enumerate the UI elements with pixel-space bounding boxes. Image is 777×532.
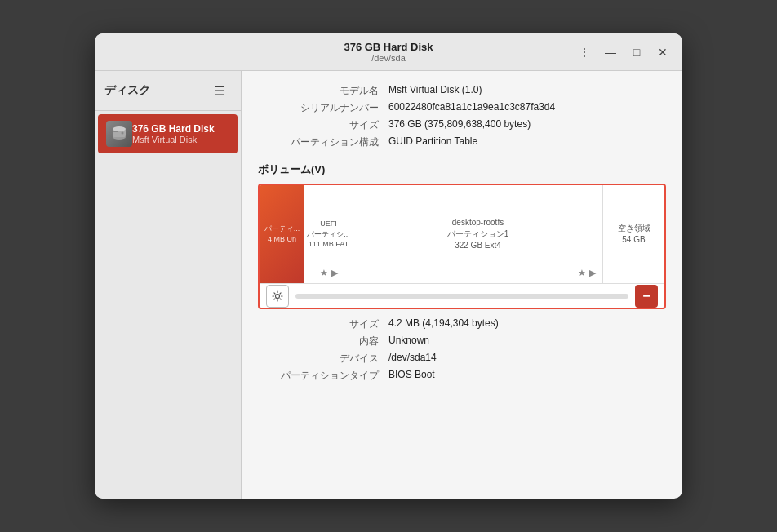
sidebar-menu-button[interactable]: ☰ xyxy=(208,79,231,102)
volumes-title: ボリューム(V) xyxy=(258,162,666,177)
detail-content-label: 内容 xyxy=(258,335,388,348)
sidebar-title: ディスク xyxy=(104,83,150,98)
partition-label: パーティション構成 xyxy=(258,135,388,149)
detail-size-value: 4.2 MB (4,194,304 bytes) xyxy=(388,317,499,331)
volume-uefi-label: UEFIパーティシ...111 MB FAT xyxy=(307,219,350,250)
detail-table: サイズ 4.2 MB (4,194,304 bytes) 内容 Unknown … xyxy=(258,317,666,383)
detail-content-value: Unknown xyxy=(388,335,429,348)
detail-device-label: デバイス xyxy=(258,352,388,366)
volume-visual: パーティ...4 MB Un UEFIパーティシ...111 MB FAT ★ … xyxy=(260,185,664,283)
info-table: モデル名 Msft Virtual Disk (1.0) シリアルナンバー 60… xyxy=(258,84,666,149)
size-row: サイズ 376 GB (375,809,638,400 bytes) xyxy=(258,118,666,132)
sidebar-item-disk[interactable]: 376 GB Hard Disk Msft Virtual Disk xyxy=(98,114,238,153)
scrollbar-track xyxy=(295,294,628,299)
detail-partition-type-label: パーティションタイプ xyxy=(258,369,388,383)
detail-size-row: サイズ 4.2 MB (4,194,304 bytes) xyxy=(258,317,666,331)
partition-row: パーティション構成 GUID Partition Table xyxy=(258,135,666,149)
serial-label: シリアルナンバー xyxy=(258,101,388,115)
sidebar-header: ディスク ☰ xyxy=(95,71,241,111)
detail-device-row: デバイス /dev/sda14 xyxy=(258,352,666,366)
main-play-icon: ▶ xyxy=(589,268,596,278)
svg-point-5 xyxy=(276,294,280,298)
disk-icon xyxy=(106,121,132,147)
svg-point-3 xyxy=(122,132,124,135)
svg-point-2 xyxy=(113,126,126,131)
detail-device-value: /dev/sda14 xyxy=(388,352,437,366)
minus-button[interactable]: − xyxy=(635,285,658,308)
partition-value: GUID Partition Table xyxy=(388,135,477,149)
main-window: 376 GB Hard Disk /dev/sda ⋮ — □ ✕ ディスク ☰ xyxy=(95,33,682,499)
size-value: 376 GB (375,809,638,400 bytes) xyxy=(388,118,531,132)
titlebar: 376 GB Hard Disk /dev/sda ⋮ — □ ✕ xyxy=(95,33,682,71)
window-subtitle: /dev/sda xyxy=(344,53,433,63)
detail-size-label: サイズ xyxy=(258,317,388,331)
sidebar-item-text: 376 GB Hard Disk Msft Virtual Disk xyxy=(132,123,229,144)
menu-button[interactable]: ⋮ xyxy=(573,41,596,64)
uefi-star-icon: ★ xyxy=(320,268,328,278)
serial-value: 60022480fca81a1c1a9ea1c3c87fa3d4 xyxy=(388,101,555,115)
volume-segment-orange[interactable]: パーティ...4 MB Un xyxy=(260,185,304,283)
svg-rect-4 xyxy=(113,131,118,132)
detail-partition-type-row: パーティションタイプ BIOS Boot xyxy=(258,369,666,383)
gear-button[interactable] xyxy=(266,285,289,308)
main-content: モデル名 Msft Virtual Disk (1.0) シリアルナンバー 60… xyxy=(242,71,682,499)
window-title: 376 GB Hard Disk xyxy=(344,41,433,53)
titlebar-controls: ⋮ — □ ✕ xyxy=(573,41,674,64)
main-star-icon: ★ xyxy=(578,268,586,278)
volume-main-label: desktop-rootfsパーティション1322 GB Ext4 xyxy=(447,217,509,251)
sidebar-item-sub: Msft Virtual Disk xyxy=(132,135,229,144)
serial-row: シリアルナンバー 60022480fca81a1c1a9ea1c3c87fa3d… xyxy=(258,101,666,115)
volume-empty-label: 空き領域54 GB xyxy=(618,223,650,246)
model-row: モデル名 Msft Virtual Disk (1.0) xyxy=(258,84,666,98)
content-area: ディスク ☰ 376 GB Hard Disk Msft Virtual Dis… xyxy=(95,71,682,499)
detail-partition-type-value: BIOS Boot xyxy=(388,369,435,383)
volume-actions: − xyxy=(260,283,664,308)
volume-orange-label: パーティ...4 MB Un xyxy=(264,224,300,246)
volume-container: パーティ...4 MB Un UEFIパーティシ...111 MB FAT ★ … xyxy=(258,184,666,309)
volume-segment-main[interactable]: desktop-rootfsパーティション1322 GB Ext4 ★ ▶ xyxy=(353,185,603,283)
volume-segment-empty[interactable]: 空き領域54 GB xyxy=(603,185,664,283)
uefi-play-icon: ▶ xyxy=(331,268,338,278)
close-button[interactable]: ✕ xyxy=(651,41,674,64)
maximize-button[interactable]: □ xyxy=(625,41,648,64)
titlebar-center: 376 GB Hard Disk /dev/sda xyxy=(344,41,433,63)
sidebar: ディスク ☰ 376 GB Hard Disk Msft Virtual Dis… xyxy=(95,71,242,499)
minimize-button[interactable]: — xyxy=(599,41,622,64)
volume-segment-uefi[interactable]: UEFIパーティシ...111 MB FAT ★ ▶ xyxy=(304,185,353,283)
model-label: モデル名 xyxy=(258,84,388,98)
model-value: Msft Virtual Disk (1.0) xyxy=(388,84,482,98)
size-label: サイズ xyxy=(258,118,388,132)
detail-content-row: 内容 Unknown xyxy=(258,335,666,348)
sidebar-item-name: 376 GB Hard Disk xyxy=(132,123,229,135)
